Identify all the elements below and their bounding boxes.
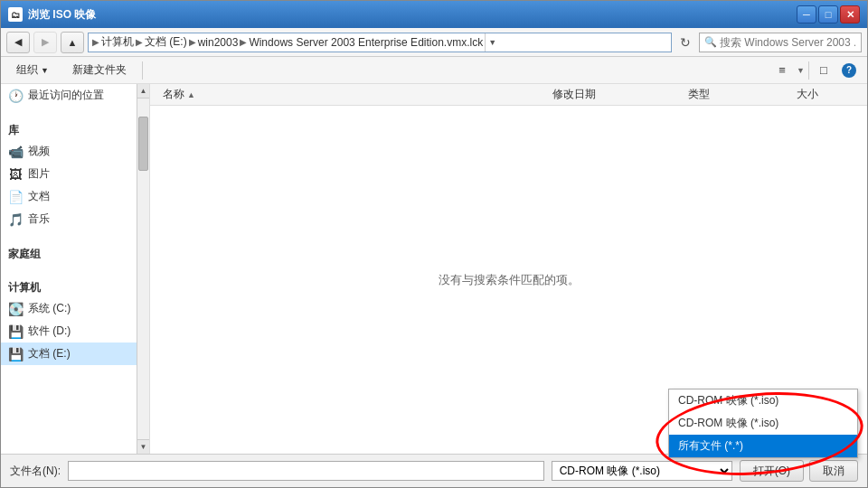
col-type-label: 类型: [688, 87, 710, 102]
path-sep-2: ▶: [189, 37, 196, 47]
help-icon: ?: [842, 63, 856, 78]
soft-drive-icon: 💾: [8, 324, 23, 339]
path-segment-3: win2003: [198, 36, 239, 49]
doc-label: 文档: [28, 189, 50, 204]
window-title: 浏览 ISO 映像: [28, 7, 797, 23]
path-segment-1: 计算机: [101, 34, 134, 50]
sidebar-item-doc[interactable]: 📄 文档: [1, 185, 137, 208]
dropdown-item-3[interactable]: 所有文件 (*.*): [669, 435, 857, 457]
scrollbar-thumb[interactable]: [138, 117, 148, 171]
sidebar-item-video[interactable]: 📹 视频: [1, 140, 137, 163]
view-dropdown-icon: ▼: [797, 66, 805, 75]
organize-button[interactable]: 组织 ▼: [8, 60, 57, 81]
toolbar-separator: [142, 61, 143, 80]
bottom-buttons: 打开(O) 取消: [740, 460, 858, 482]
title-bar: 🗂 浏览 ISO 映像 ─ □ ✕: [1, 1, 867, 28]
view-icon: ≡: [778, 63, 786, 77]
col-header-name[interactable]: 名称 ▲: [156, 87, 545, 102]
sidebar-item-doc2[interactable]: 💾 文档 (E:): [1, 343, 137, 365]
col-header-date[interactable]: 修改日期: [545, 87, 681, 102]
scroll-down-arrow[interactable]: ▼: [137, 439, 150, 454]
scroll-up-arrow[interactable]: ▲: [137, 84, 150, 99]
sidebar-item-sys[interactable]: 💽 系统 (C:): [1, 297, 137, 320]
dropdown-item-2[interactable]: CD-ROM 映像 (*.iso): [669, 412, 857, 435]
music-label: 音乐: [28, 211, 50, 227]
filetype-dropdown-popup: CD-ROM 映像 (*.iso) CD-ROM 映像 (*.iso) 所有文件…: [668, 389, 858, 458]
sys-label: 系统 (C:): [28, 301, 71, 316]
search-icon: 🔍: [704, 36, 717, 48]
toolbar-sep-2: [808, 61, 809, 80]
sidebar: 🕐 最近访问的位置 库 📹 视频 🖼 图片 📄 文档: [1, 84, 137, 454]
refresh-button[interactable]: ↻: [675, 33, 695, 52]
photo-label: 图片: [28, 166, 50, 182]
bottom-bar: 文件名(N): CD-ROM 映像 (*.iso) 所有文件 (*.*) 打开(…: [1, 454, 867, 487]
photo-icon: 🖼: [8, 167, 23, 182]
sidebar-spacer-2: [1, 230, 137, 239]
sidebar-item-music[interactable]: 🎵 音乐: [1, 208, 137, 230]
col-date-label: 修改日期: [552, 87, 596, 102]
search-input[interactable]: [699, 33, 862, 52]
sidebar-spacer-1: [1, 107, 137, 116]
cancel-button[interactable]: 取消: [809, 460, 858, 482]
toolbar-right: ≡ ▼ □ ?: [771, 60, 860, 81]
path-segment-4: Windows Server 2003 Enterprise Edition.v…: [249, 36, 483, 49]
sidebar-item-photo[interactable]: 🖼 图片: [1, 163, 137, 185]
new-folder-label: 新建文件夹: [72, 62, 127, 78]
filetype-select[interactable]: CD-ROM 映像 (*.iso) 所有文件 (*.*): [552, 461, 732, 481]
video-label: 视频: [28, 144, 50, 159]
open-button[interactable]: 打开(O): [740, 460, 804, 482]
toolbar: 组织 ▼ 新建文件夹 ≡ ▼ □ ?: [1, 57, 867, 84]
homegroup-label: 家庭组: [8, 248, 41, 260]
forward-button[interactable]: ▶: [33, 32, 57, 53]
homegroup-section: 家庭组: [1, 239, 137, 264]
close-button[interactable]: ✕: [840, 5, 860, 23]
scrollbar-track: [137, 99, 149, 439]
window-button[interactable]: □: [813, 60, 835, 81]
col-name-label: 名称: [163, 87, 184, 102]
computer-section: 计算机: [1, 273, 137, 297]
music-icon: 🎵: [8, 212, 23, 227]
up-button[interactable]: ▲: [61, 32, 84, 53]
minimize-button[interactable]: ─: [797, 5, 816, 23]
col-header-size[interactable]: 大小: [789, 87, 862, 102]
address-bar: ◀ ▶ ▲ ▶ 计算机 ▶ 文档 (E:) ▶ win2003 ▶ Window…: [1, 28, 867, 57]
doc2-drive-icon: 💾: [8, 347, 23, 361]
recent-label: 最近访问的位置: [28, 88, 104, 103]
help-button[interactable]: ?: [838, 60, 860, 81]
doc2-label: 文档 (E:): [28, 346, 71, 361]
soft-label: 软件 (D:): [28, 324, 71, 339]
dropdown-item-1[interactable]: CD-ROM 映像 (*.iso): [669, 389, 857, 412]
sidebar-wrapper: 🕐 最近访问的位置 库 📹 视频 🖼 图片 📄 文档: [1, 84, 150, 454]
new-folder-button[interactable]: 新建文件夹: [64, 60, 135, 81]
maximize-button[interactable]: □: [818, 5, 838, 23]
recent-icon: 🕐: [8, 89, 23, 103]
library-section: 库: [1, 116, 137, 140]
sys-drive-icon: 💽: [8, 302, 23, 316]
back-button[interactable]: ◀: [6, 32, 30, 53]
col-size-label: 大小: [797, 87, 818, 102]
sidebar-spacer-3: [1, 264, 137, 273]
col-sort-icon: ▲: [187, 90, 195, 99]
window-icon: 🗂: [8, 7, 23, 22]
main-window: 🗂 浏览 ISO 映像 ─ □ ✕ ◀ ▶ ▲ ▶ 计算机 ▶ 文档 (E:) …: [0, 0, 868, 488]
path-dropdown-button[interactable]: ▼: [485, 33, 499, 52]
sidebar-scrollbar[interactable]: ▲ ▼: [137, 84, 149, 454]
filename-input[interactable]: [68, 461, 544, 481]
path-sep-3: ▶: [240, 37, 247, 47]
col-header-type[interactable]: 类型: [681, 87, 789, 102]
column-headers: 名称 ▲ 修改日期 类型 大小: [150, 84, 867, 106]
path-sep-1: ▶: [136, 37, 143, 47]
address-path[interactable]: ▶ 计算机 ▶ 文档 (E:) ▶ win2003 ▶ Windows Serv…: [88, 33, 672, 52]
doc-icon: 📄: [8, 190, 23, 204]
video-icon: 📹: [8, 145, 23, 159]
view-toggle-button[interactable]: ≡: [771, 60, 793, 81]
library-label: 库: [8, 124, 19, 136]
computer-label: 计算机: [8, 281, 41, 294]
filetype-container: CD-ROM 映像 (*.iso) 所有文件 (*.*): [552, 461, 732, 481]
path-segment-2: 文档 (E:): [145, 34, 187, 50]
organize-dropdown-icon: ▼: [41, 66, 49, 75]
organize-label: 组织: [16, 62, 38, 78]
window-controls: ─ □ ✕: [797, 5, 860, 23]
sidebar-item-soft[interactable]: 💾 软件 (D:): [1, 320, 137, 343]
sidebar-item-recent[interactable]: 🕐 最近访问的位置: [1, 84, 137, 107]
